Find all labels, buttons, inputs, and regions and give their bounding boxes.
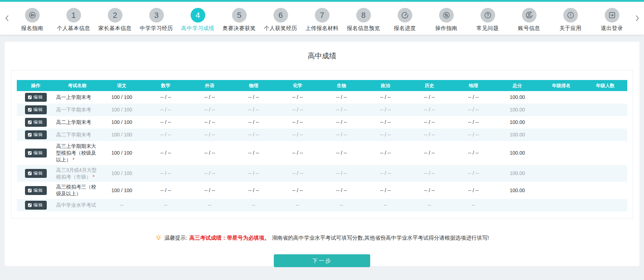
grade-size-cell	[583, 165, 627, 182]
grade-rank-cell	[539, 104, 583, 116]
nav-label: 高中学习成绩	[181, 25, 215, 32]
score-cell-biology: -- / --	[320, 182, 363, 199]
score-cell-physics: -- / --	[232, 129, 276, 141]
nav-item-faq[interactable]: 常见问题	[467, 5, 508, 32]
edit-button[interactable]: 编辑	[25, 118, 47, 127]
nav-item-step-7[interactable]: 7 上传报名材料	[301, 5, 343, 32]
score-cell-politics: -- / --	[363, 116, 407, 129]
score-cell-politics: -- / --	[363, 141, 407, 165]
score-cell-biology: -- / --	[320, 91, 363, 104]
nav-item-signup-guide[interactable]: 报名指南	[11, 5, 53, 32]
edit-button-label: 编辑	[34, 94, 44, 100]
score-cell-chemistry: -- / --	[276, 91, 320, 104]
nav-item-step-4-active[interactable]: 4 高中学习成绩	[177, 5, 218, 32]
grade-rank-cell	[539, 141, 583, 165]
nav-scroll-right-button[interactable]	[633, 11, 642, 25]
score-cell-geography: -- / --	[451, 165, 495, 182]
action-cell: 编辑	[17, 199, 55, 211]
next-step-button[interactable]: 下一步	[274, 254, 370, 267]
exam-name-cell: 高三3月或4月大型模拟考（市级） *	[55, 165, 100, 182]
col-header-total: 总分	[495, 80, 539, 91]
nav-item-step-5[interactable]: 5 奥赛决赛获奖	[218, 5, 260, 32]
edit-button-label: 编辑	[34, 150, 44, 156]
nav-label: 常见问题	[477, 25, 499, 32]
edit-button[interactable]: 编辑	[25, 93, 47, 102]
edit-button-label: 编辑	[34, 202, 44, 208]
total-score-cell	[495, 199, 539, 211]
score-cell-math: -- / --	[144, 182, 188, 199]
action-cell: 编辑	[17, 182, 55, 199]
exam-name: 高一上学期末考	[56, 94, 91, 100]
nav-item-step-6[interactable]: 6 个人获奖经历	[260, 5, 301, 32]
grade-size-cell	[583, 141, 627, 165]
exam-name: 高三上学期期末大型模拟考（校级及以上）	[56, 143, 96, 162]
operation-guide-icon	[439, 8, 454, 22]
nav-item-step-3[interactable]: 3 中学学习经历	[136, 5, 177, 32]
edit-button-label: 编辑	[34, 188, 44, 194]
score-cell-math: -- / --	[144, 165, 188, 182]
edit-button-label: 编辑	[34, 119, 44, 125]
edit-icon	[27, 171, 32, 176]
nav-label: 报名进度	[394, 25, 416, 32]
nav-scroll-left-button[interactable]	[2, 11, 11, 25]
edit-button[interactable]: 编辑	[25, 149, 47, 158]
nav-item-step-1[interactable]: 1 个人基本信息	[53, 5, 94, 32]
edit-button[interactable]: 编辑	[25, 105, 47, 114]
nav-items: 报名指南 1 个人基本信息 2 家长基本信息 3 中学学习经历 4 高中学习成绩…	[11, 5, 633, 32]
table-row: 编辑 高三上学期期末大型模拟考（校级及以上） * 100 / 100 -- / …	[17, 141, 627, 165]
notice-text: 湖南省的高中学业水平考试可填写分数,其他省份高中学业水平考试得分请根据选项进行填…	[272, 235, 489, 241]
grade-rank-cell	[539, 165, 583, 182]
exam-name-cell: 高二下学期末考 *	[55, 129, 100, 141]
nav-label: 报名指南	[21, 25, 43, 32]
edit-button[interactable]: 编辑	[25, 186, 47, 195]
exam-name: 高一下学期末考	[56, 107, 91, 112]
exam-name-cell: 高一下学期末考 *	[55, 104, 100, 116]
nav-item-operation-guide[interactable]: 操作指南	[426, 5, 467, 32]
col-header-grade-size: 年级人数	[583, 80, 627, 91]
progress-gauge-icon	[398, 8, 412, 22]
table-row: 编辑 高三模拟考三（校级及以上） * 100 / 100 -- / -- -- …	[17, 182, 627, 199]
step-number-badge: 2	[108, 8, 122, 22]
grade-size-cell	[583, 116, 627, 129]
required-asterisk: *	[72, 157, 74, 162]
score-cell-foreign-language: -- / --	[188, 116, 232, 129]
score-cell-chemistry: -- / --	[276, 104, 320, 116]
grade-size-cell	[583, 129, 627, 141]
edit-icon	[27, 188, 32, 193]
exam-name-cell: 高三上学期期末大型模拟考（校级及以上） *	[55, 141, 100, 165]
table-row: 编辑 高一上学期末考 * 100 / 100 -- / -- -- / -- -…	[17, 91, 627, 104]
action-cell: 编辑	[17, 91, 55, 104]
edit-button[interactable]: 编辑	[25, 130, 47, 139]
nav-label: 奥赛决赛获奖	[223, 25, 256, 32]
score-cell-geography: -- / --	[451, 116, 495, 129]
score-cell-history: -- / --	[407, 141, 451, 165]
grade-size-cell	[583, 199, 627, 211]
grade-rank-cell	[539, 199, 583, 211]
col-header-action: 操作	[17, 80, 55, 91]
score-cell-foreign-language: --	[188, 199, 232, 211]
nav-item-account[interactable]: 账号信息	[508, 5, 550, 32]
score-cell-chinese: 100 / 100	[100, 182, 144, 199]
nav-label: 报名信息预览	[347, 25, 380, 32]
grade-size-cell	[583, 91, 627, 104]
edit-button-label: 编辑	[34, 107, 44, 113]
action-cell: 编辑	[17, 116, 55, 129]
step-number-badge: 7	[315, 8, 329, 22]
score-cell-history: --	[407, 199, 451, 211]
edit-button[interactable]: 编辑	[25, 169, 47, 178]
score-cell-math: -- / --	[144, 141, 188, 165]
nav-item-logout[interactable]: 退出登录	[591, 5, 633, 32]
nav-item-step-8[interactable]: 8 报名信息预览	[343, 5, 384, 32]
nav-item-progress[interactable]: 报名进度	[384, 5, 426, 32]
score-cell-geography: -- / --	[451, 91, 495, 104]
score-cell-geography: -- / --	[451, 129, 495, 141]
nav-item-step-2[interactable]: 2 家长基本信息	[94, 5, 136, 32]
score-cell-physics: -- / --	[232, 182, 276, 199]
nav-item-about[interactable]: 关于应用	[550, 5, 591, 32]
score-cell-physics: -- / --	[232, 116, 276, 129]
score-cell-geography: --	[451, 199, 495, 211]
step-number-badge: 3	[149, 8, 164, 22]
table-row: 编辑 高二上学期末考 * 100 / 100 -- / -- -- / -- -…	[17, 116, 627, 129]
notice-highlight: 高三考试成绩：带星号为必填项。	[189, 235, 270, 241]
edit-button[interactable]: 编辑	[25, 201, 47, 210]
